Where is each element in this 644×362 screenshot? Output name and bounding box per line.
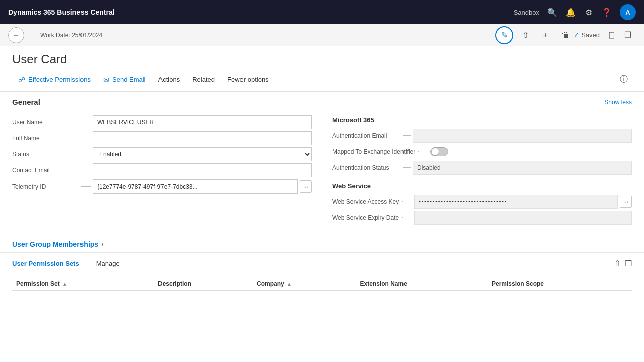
mapped-exchange-value (430, 147, 632, 156)
telemetry-ellipsis-button[interactable]: ··· (300, 180, 312, 193)
environment-label: Sandbox (514, 9, 539, 16)
manage-button[interactable]: Manage (96, 260, 120, 267)
permission-sets-title: User Permission Sets (12, 260, 88, 267)
auth-email-readonly (413, 129, 632, 143)
effective-permissions-action[interactable]: ☍ Effective Permissions (12, 72, 97, 88)
ws-key-wrapper: •••••••••••••••••••••••••••••••• ··· (414, 195, 632, 209)
ws-expiry-readonly (414, 211, 632, 225)
mapped-exchange-toggle[interactable] (430, 147, 448, 156)
telemetry-id-row: Telemetry ID ··· (12, 178, 312, 195)
ws-key-readonly: •••••••••••••••••••••••••••••••• (414, 195, 618, 209)
general-section: General Show less User Name Full Name (0, 92, 644, 232)
auth-status-row: Authentication Status Disabled (332, 160, 632, 176)
general-title: General (12, 98, 40, 106)
auth-email-row: Authentication Email (332, 128, 632, 144)
full-name-input[interactable] (93, 131, 312, 145)
show-less-button[interactable]: Show less (604, 99, 632, 106)
actions-menu[interactable]: Actions (152, 72, 187, 87)
sort-company-icon: ▲ (287, 281, 292, 287)
effective-permissions-icon: ☍ (18, 76, 25, 84)
mapped-exchange-row: Mapped To Exchange Identifier (332, 144, 632, 160)
page-title: User Card (12, 52, 632, 66)
top-nav-right: Sandbox 🔍 🔔 ⚙ ❓ A (514, 4, 636, 20)
dot-line (390, 135, 411, 136)
dot-line (32, 154, 91, 154)
toggle-knob (432, 148, 439, 155)
open-external-button[interactable]: ⎕ (604, 27, 620, 43)
auth-status-label: Authentication Status (332, 164, 413, 171)
help-icon[interactable]: ❓ (602, 7, 612, 17)
edit-button[interactable]: ✎ (495, 26, 513, 44)
contact-email-value (93, 163, 312, 177)
send-email-icon: ✉ (103, 76, 109, 84)
dot-line (392, 167, 411, 168)
ws-expiry-row: Web Service Expiry Date (332, 210, 632, 226)
sub-toolbar: ← Work Date: 25/01/2024 ✎ ⇧ + 🗑 ✓ Saved … (0, 24, 644, 46)
page-header: User Card (0, 46, 644, 68)
user-name-value (93, 115, 312, 129)
checkmark-icon: ✓ (574, 31, 579, 39)
auth-email-label: Authentication Email (332, 132, 413, 139)
full-name-label: Full Name (12, 135, 93, 142)
col-permission-scope: Permission Scope (488, 277, 632, 291)
toolbar-icons: ✎ ⇧ + 🗑 (495, 26, 574, 44)
chevron-right-icon: › (101, 241, 103, 248)
avatar[interactable]: A (620, 4, 636, 20)
dot-line (43, 138, 91, 138)
dot-line (46, 122, 91, 122)
saved-indicator: ✓ Saved (574, 31, 600, 39)
work-date: Work Date: 25/01/2024 (40, 32, 102, 39)
ws-expiry-label: Web Service Expiry Date (332, 214, 414, 221)
full-name-value (93, 131, 312, 145)
dot-line (402, 201, 412, 202)
telemetry-id-label: Telemetry ID (12, 183, 93, 190)
telemetry-id-value: ··· (93, 179, 312, 194)
user-name-input[interactable] (93, 115, 312, 129)
delete-button[interactable]: 🗑 (557, 27, 574, 43)
full-name-row: Full Name (12, 130, 312, 146)
ms365-header: Microsoft 365 (332, 116, 632, 124)
ws-access-key-label: Web Service Access Key (332, 198, 414, 205)
status-row: Status Enabled Disabled (12, 146, 312, 162)
user-name-row: User Name (12, 114, 312, 130)
telemetry-id-input[interactable] (93, 179, 298, 194)
send-email-action[interactable]: ✉ Send Email (97, 72, 152, 88)
app-title: Dynamics 365 Business Central (8, 8, 115, 16)
general-section-header: General Show less (12, 98, 632, 106)
col-extension-name: Extension Name (356, 277, 487, 291)
contact-email-input[interactable] (93, 163, 312, 177)
search-icon[interactable]: 🔍 (547, 7, 557, 17)
back-button[interactable]: ← (8, 27, 24, 43)
auth-status-value: Disabled (413, 161, 632, 175)
status-select[interactable]: Enabled Disabled (93, 147, 312, 161)
user-name-label: User Name (12, 119, 93, 126)
contact-email-row: Contact Email (12, 162, 312, 178)
expand-button[interactable]: ❐ (620, 27, 636, 43)
toggle-container (430, 147, 632, 156)
user-group-section: User Group Memberships › (0, 232, 644, 253)
notification-icon[interactable]: 🔔 (566, 7, 576, 17)
dot-line (418, 151, 428, 152)
add-button[interactable]: + (537, 27, 553, 43)
auth-email-value (413, 129, 632, 143)
action-bar: ☍ Effective Permissions ✉ Send Email Act… (0, 68, 644, 92)
col-description: Description (154, 277, 253, 291)
ws-key-ellipsis-button[interactable]: ··· (620, 196, 632, 208)
related-menu[interactable]: Related (186, 72, 221, 87)
share-button[interactable]: ⇧ (517, 27, 533, 43)
ws-key-password: •••••••••••••••••••••••••••••••• (419, 199, 507, 204)
col-company: Company ▲ (253, 277, 356, 291)
info-icon[interactable]: ⓘ (616, 70, 632, 89)
ws-expiry-value (414, 211, 632, 225)
share-permission-icon[interactable]: ⇧ (614, 259, 621, 268)
expand-permission-icon[interactable]: ❐ (625, 259, 632, 268)
sort-permission-set-icon: ▲ (62, 281, 67, 287)
fewer-options-action[interactable]: Fewer options (221, 72, 275, 87)
user-group-title[interactable]: User Group Memberships › (12, 240, 632, 248)
settings-icon[interactable]: ⚙ (584, 7, 594, 17)
form-left-col: User Name Full Name St (12, 114, 312, 226)
contact-email-label: Contact Email (12, 167, 93, 174)
dot-line (49, 186, 91, 187)
dot-line (53, 170, 91, 170)
top-nav-bar: Dynamics 365 Business Central Sandbox 🔍 … (0, 0, 644, 24)
